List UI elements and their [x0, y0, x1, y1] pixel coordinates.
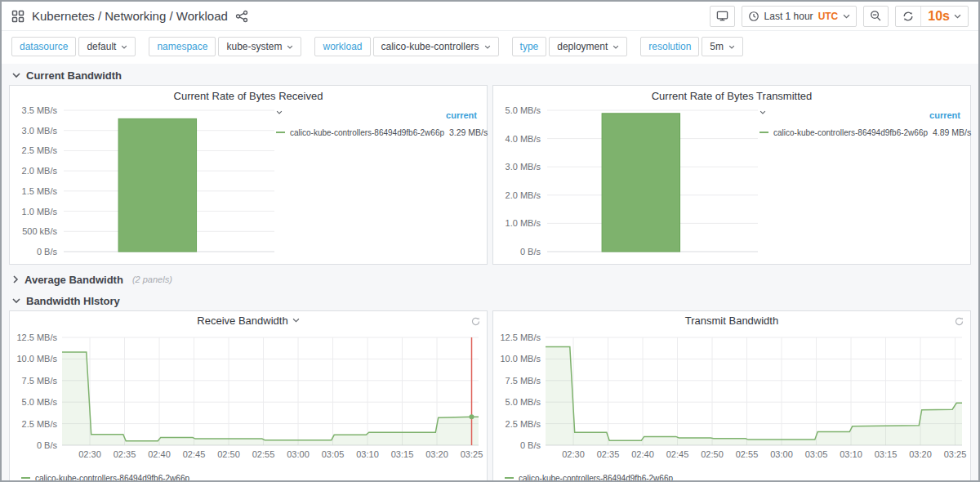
legend-sort-current[interactable]: current — [276, 110, 480, 120]
panel-title-transmitted[interactable]: Current Rate of Bytes Transmitted — [493, 86, 970, 105]
series-color-dash — [276, 132, 285, 133]
row-bandwidth-history[interactable]: Bandwidth HIstory — [2, 291, 978, 310]
magnifier-minus-icon — [870, 10, 882, 22]
panel-refresh-spinner-icon — [470, 315, 481, 330]
svg-text:02:55: 02:55 — [252, 449, 275, 459]
panel-title-transmit-bandwidth[interactable]: Transmit Bandwidth — [493, 311, 970, 329]
svg-text:1.0 MB/s: 1.0 MB/s — [22, 207, 58, 216]
variable-label: datasource — [11, 37, 76, 56]
variable-value-dropdown[interactable]: default — [78, 37, 136, 56]
svg-text:2.5 MB/s: 2.5 MB/s — [22, 419, 58, 429]
svg-text:03:15: 03:15 — [875, 449, 898, 459]
svg-text:02:55: 02:55 — [736, 449, 759, 459]
refresh-interval-dropdown[interactable]: 10s — [920, 7, 968, 26]
svg-text:3.0 MB/s: 3.0 MB/s — [506, 162, 541, 172]
variable-resolution: resolution 5m — [640, 37, 743, 56]
svg-text:02:45: 02:45 — [666, 449, 689, 459]
svg-text:12.5 MB/s: 12.5 MB/s — [16, 332, 57, 342]
chevron-down-icon — [121, 45, 127, 49]
legend-sort-current[interactable]: current — [760, 110, 964, 120]
variable-datasource: datasource default — [11, 37, 136, 56]
dashboard-variables-bar: datasource default namespace kube-system… — [2, 31, 978, 64]
time-range-picker[interactable]: Last 1 hour UTC — [742, 6, 858, 27]
legend-series-name[interactable]: calico-kube-controllers-86494d9fb6-2w66p — [773, 128, 928, 137]
svg-text:02:40: 02:40 — [148, 449, 171, 459]
variable-namespace: namespace kube-system — [149, 37, 301, 56]
variable-label: resolution — [640, 37, 699, 56]
refresh-interval-label: 10s — [928, 9, 950, 24]
variable-value-dropdown[interactable]: 5m — [702, 37, 743, 56]
receive-bandwidth-chart[interactable]: 02:3002:3502:4002:4502:5002:5503:0003:05… — [10, 329, 487, 465]
variable-label: namespace — [149, 37, 216, 56]
row-title: Average Bandwidth — [24, 274, 123, 286]
legend-row: calico-kube-controllers-86494d9fb6-2w66p… — [276, 127, 480, 137]
clock-icon — [748, 11, 760, 22]
timezone-label: UTC — [818, 11, 839, 22]
variable-value-dropdown[interactable]: kube-system — [218, 37, 301, 56]
svg-text:02:30: 02:30 — [78, 449, 101, 459]
svg-text:03:10: 03:10 — [840, 449, 862, 459]
svg-text:03:15: 03:15 — [391, 449, 414, 459]
chevron-down-icon — [12, 297, 20, 304]
monitor-icon — [716, 10, 728, 22]
svg-text:2.0 MB/s: 2.0 MB/s — [506, 190, 541, 200]
chevron-right-icon — [12, 275, 19, 283]
variable-label: type — [512, 37, 547, 56]
panel-title-receive-bandwidth[interactable]: Receive Bandwidth — [10, 311, 487, 329]
svg-text:500 kB/s: 500 kB/s — [22, 226, 57, 236]
svg-text:03:25: 03:25 — [461, 449, 483, 459]
svg-text:02:35: 02:35 — [114, 449, 136, 459]
transmit-bandwidth-chart[interactable]: 02:3002:3502:4002:4502:5002:5503:0003:05… — [493, 329, 970, 465]
grafana-dashboard: Kubernetes / Networking / Workload — [0, 0, 980, 482]
svg-text:10.0 MB/s: 10.0 MB/s — [500, 354, 541, 364]
variable-type: type deployment — [512, 37, 628, 56]
panel-current-rate-received: Current Rate of Bytes Received 0 B/s500 … — [9, 85, 488, 265]
svg-text:7.5 MB/s: 7.5 MB/s — [506, 376, 541, 386]
svg-text:12.5 MB/s: 12.5 MB/s — [500, 332, 541, 342]
legend-series-name[interactable]: calico-kube-controllers-86494d9fb6-2w66p — [519, 474, 673, 482]
svg-text:0 B/s: 0 B/s — [520, 440, 541, 450]
legend-series-value: 3.29 MB/s — [449, 127, 488, 137]
variable-value-dropdown[interactable]: calico-kube-controllers — [373, 37, 499, 56]
refresh-dashboard-button[interactable] — [896, 7, 920, 26]
svg-text:5.0 MB/s: 5.0 MB/s — [22, 397, 58, 407]
svg-text:3.0 MB/s: 3.0 MB/s — [22, 126, 58, 136]
svg-text:03:05: 03:05 — [322, 449, 345, 459]
series-color-dash — [21, 477, 30, 479]
svg-text:02:35: 02:35 — [597, 449, 620, 459]
legend-series-name[interactable]: calico-kube-controllers-86494d9fb6-2w66p — [290, 128, 444, 137]
legend-series-name[interactable]: calico-kube-controllers-86494d9fb6-2w66p — [35, 474, 189, 482]
refresh-icon — [902, 11, 914, 22]
svg-text:03:20: 03:20 — [909, 449, 932, 459]
bandwidth-history-panels: Receive Bandwidth 02:3002:3502:4002:4502… — [2, 310, 978, 482]
series-color-dash — [760, 132, 768, 133]
row-average-bandwidth[interactable]: Average Bandwidth (2 panels) — [2, 270, 978, 289]
svg-text:5.0 MB/s: 5.0 MB/s — [506, 105, 541, 115]
variable-value-dropdown[interactable]: deployment — [549, 37, 627, 56]
chevron-down-icon — [292, 318, 300, 323]
dashboard-title[interactable]: Kubernetes / Networking / Workload — [32, 9, 228, 23]
share-icon[interactable] — [235, 10, 248, 23]
svg-text:03:05: 03:05 — [805, 449, 828, 459]
chevron-down-icon — [728, 45, 735, 49]
receive-legend: calico-kube-controllers-86494d9fb6-2w66p — [10, 468, 487, 482]
svg-text:02:30: 02:30 — [562, 449, 585, 459]
svg-text:03:20: 03:20 — [425, 449, 448, 459]
chevron-down-icon — [12, 72, 20, 78]
row-title: Current Bandwidth — [26, 69, 122, 82]
chevron-down-icon — [287, 45, 293, 49]
svg-text:02:40: 02:40 — [631, 449, 654, 459]
svg-text:03:10: 03:10 — [356, 449, 379, 459]
panel-receive-bandwidth: Receive Bandwidth 02:3002:3502:4002:4502… — [9, 310, 488, 482]
svg-text:4.0 MB/s: 4.0 MB/s — [506, 134, 541, 144]
svg-text:0 B/s: 0 B/s — [37, 440, 58, 450]
svg-text:3.5 MB/s: 3.5 MB/s — [22, 105, 58, 115]
svg-text:02:50: 02:50 — [217, 449, 240, 459]
panel-title-received[interactable]: Current Rate of Bytes Received — [10, 86, 487, 105]
row-title: Bandwidth HIstory — [26, 295, 120, 307]
zoom-out-time-range-button[interactable] — [863, 6, 889, 27]
transmit-legend: calico-kube-controllers-86494d9fb6-2w66p — [493, 468, 970, 482]
row-current-bandwidth[interactable]: Current Bandwidth — [2, 65, 978, 85]
cycle-view-mode-button[interactable] — [710, 6, 735, 27]
legend-row: calico-kube-controllers-86494d9fb6-2w66p… — [760, 127, 964, 137]
